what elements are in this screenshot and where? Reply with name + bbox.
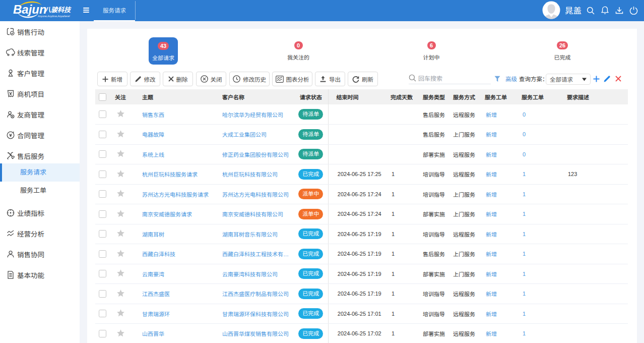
svg-text:Anyone,Anytime,Anywhere!: Anyone,Anytime,Anywhere! — [37, 15, 70, 18]
svg-text:八骏科技: 八骏科技 — [44, 5, 72, 14]
